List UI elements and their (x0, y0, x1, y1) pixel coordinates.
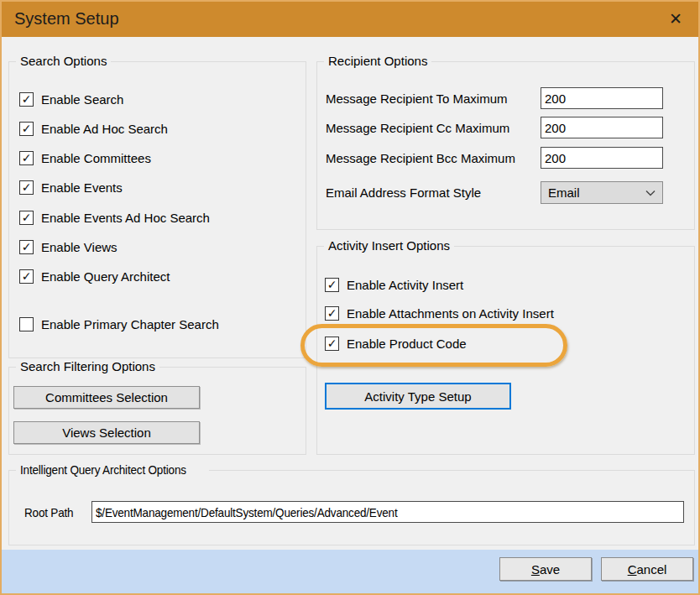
checkbox-box: ✓ (19, 92, 34, 107)
checkmark-icon: ✓ (327, 279, 337, 290)
root-path-label-text: Root Path (24, 505, 73, 519)
email-format-style-dropdown[interactable]: Email (541, 181, 663, 204)
checkbox-label: Enable Committees (41, 151, 151, 165)
footer-bar: Save Cancel (0, 550, 700, 593)
iqa-group-label-text: Intelligent Query Architect Options (20, 462, 186, 477)
checkbox-enable-attachments-on-activity-insert[interactable]: ✓ Enable Attachments on Activity Insert (325, 305, 554, 321)
field-label: Message Recipient To Maximum (326, 91, 541, 106)
checkbox-label: Enable Primary Chapter Search (41, 317, 219, 331)
activity-insert-options-group: Activity Insert Options ✓ Enable Activit… (316, 246, 695, 455)
search-options-group: Search Options ✓ Enable Search ✓ Enable … (8, 61, 306, 358)
checkmark-icon: ✓ (22, 123, 32, 134)
checkbox-label: Enable Product Code (347, 337, 467, 351)
checkbox-label: Enable Events Ad Hoc Search (41, 211, 210, 225)
field-label: Message Recipient Bcc Maximum (326, 151, 541, 165)
cancel-button[interactable]: Cancel (601, 557, 693, 581)
checkbox-box: ✓ (325, 278, 339, 292)
checkbox-enable-events-ad-hoc-search[interactable]: ✓ Enable Events Ad Hoc Search (19, 210, 210, 225)
field-row-bcc-maximum: Message Recipient Bcc Maximum (326, 147, 686, 169)
chevron-down-icon (645, 190, 656, 196)
checkbox-enable-events[interactable]: ✓ Enable Events (19, 180, 123, 195)
checkbox-label: Enable Views (41, 240, 118, 254)
checkbox-enable-primary-chapter-search[interactable]: ✓ Enable Primary Chapter Search (19, 316, 219, 331)
checkbox-enable-product-code[interactable]: ✓ Enable Product Code (325, 336, 467, 351)
cc-maximum-input[interactable] (541, 117, 663, 138)
activity-insert-group-label: Activity Insert Options (324, 238, 454, 253)
title-bar: System Setup ✕ (0, 0, 700, 37)
checkbox-label: Enable Query Architect (41, 269, 170, 284)
checkbox-label: Enable Events (41, 180, 123, 195)
checkbox-label: Enable Activity Insert (347, 278, 463, 292)
checkbox-box: ✓ (19, 180, 34, 195)
dropdown-selected-value: Email (548, 185, 645, 200)
checkbox-label: Enable Ad Hoc Search (41, 122, 168, 136)
checkmark-icon: ✓ (22, 270, 32, 282)
field-label: Message Recipient Cc Maximum (326, 121, 541, 135)
search-filtering-options-group: Search Filtering Options Committees Sele… (8, 367, 306, 455)
checkbox-box: ✓ (19, 122, 34, 136)
field-row-to-maximum: Message Recipient To Maximum (326, 87, 686, 109)
checkbox-enable-query-architect[interactable]: ✓ Enable Query Architect (19, 269, 170, 284)
checkmark-icon: ✓ (327, 307, 337, 319)
checkbox-label: Enable Attachments on Activity Insert (347, 306, 554, 321)
checkmark-icon: ✓ (22, 152, 32, 164)
save-button[interactable]: Save (499, 557, 592, 581)
window-title: System Setup (14, 0, 119, 37)
checkmark-icon: ✓ (22, 181, 32, 193)
checkbox-box: ✓ (19, 211, 34, 225)
views-selection-button[interactable]: Views Selection (13, 421, 200, 444)
root-path-value: $/EventManagement/DefaultSystem/Queries/… (96, 505, 397, 519)
checkbox-box: ✓ (19, 317, 34, 331)
checkmark-icon: ✓ (22, 241, 32, 253)
field-row-cc-maximum: Message Recipient Cc Maximum (326, 117, 686, 138)
iqa-options-group: Intelligent Query Architect Options Root… (8, 470, 695, 545)
field-label: Email Address Format Style (326, 185, 541, 200)
root-path-input[interactable]: $/EventManagement/DefaultSystem/Queries/… (91, 501, 684, 523)
root-path-label: Root Path (24, 501, 79, 523)
recipient-options-group-label: Recipient Options (324, 54, 431, 68)
iqa-group-label: Intelligent Query Architect Options (16, 462, 209, 477)
activity-type-setup-button[interactable]: Activity Type Setup (325, 383, 511, 410)
checkbox-enable-committees[interactable]: ✓ Enable Committees (19, 150, 151, 165)
checkbox-box: ✓ (325, 306, 339, 321)
committees-selection-button[interactable]: Committees Selection (13, 386, 200, 409)
checkbox-label: Enable Search (41, 92, 123, 107)
to-maximum-input[interactable] (541, 87, 663, 109)
search-options-group-label: Search Options (16, 54, 111, 68)
checkmark-icon: ✓ (22, 211, 32, 223)
system-setup-dialog: System Setup ✕ Search Options ✓ Enable S… (0, 0, 700, 595)
checkmark-icon: ✓ (22, 93, 32, 105)
checkbox-box: ✓ (19, 269, 34, 284)
close-icon[interactable]: ✕ (663, 0, 688, 37)
checkbox-box: ✓ (325, 337, 339, 351)
checkbox-enable-search[interactable]: ✓ Enable Search (19, 91, 123, 107)
checkbox-enable-ad-hoc-search[interactable]: ✓ Enable Ad Hoc Search (19, 121, 168, 136)
search-filtering-group-label: Search Filtering Options (16, 359, 159, 373)
checkbox-box: ✓ (19, 240, 34, 254)
recipient-options-group: Recipient Options Message Recipient To M… (316, 61, 695, 230)
bcc-maximum-input[interactable] (541, 147, 663, 169)
checkbox-enable-activity-insert[interactable]: ✓ Enable Activity Insert (325, 277, 463, 292)
checkbox-enable-views[interactable]: ✓ Enable Views (19, 239, 118, 254)
checkbox-box: ✓ (19, 151, 34, 165)
field-row-email-format-style: Email Address Format Style (326, 181, 541, 204)
checkmark-icon: ✓ (327, 337, 337, 349)
